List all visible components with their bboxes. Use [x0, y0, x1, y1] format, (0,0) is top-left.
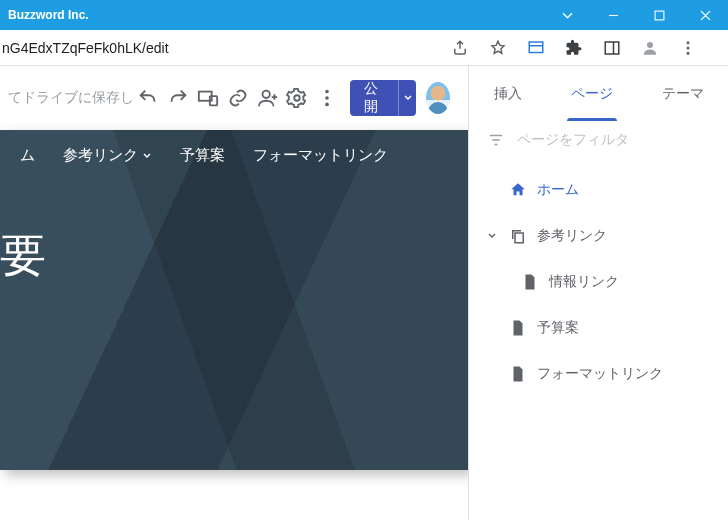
settings-button[interactable] — [282, 78, 312, 118]
page-label: 情報リンク — [549, 273, 619, 291]
save-status: てドライブに保存しました — [8, 89, 133, 107]
site-preview[interactable]: ム 参考リンク 予算案 フォーマットリンク 要 — [0, 130, 468, 470]
page-label: フォーマットリンク — [537, 365, 663, 383]
publish-button[interactable]: 公開 — [350, 80, 398, 116]
tab-insert[interactable]: 挿入 — [490, 66, 526, 121]
right-panel: 挿入 ページ テーマ ページをフィルタ ホーム 参考リンク 情報リンク — [468, 66, 728, 520]
tab-theme[interactable]: テーマ — [658, 66, 708, 121]
svg-point-12 — [325, 96, 329, 100]
svg-rect-1 — [529, 42, 543, 53]
preview-nav-links[interactable]: 参考リンク — [63, 146, 152, 165]
close-button[interactable] — [682, 0, 728, 30]
page-budget[interactable]: 予算案 — [469, 305, 728, 351]
page-icon — [509, 365, 527, 383]
devices-preview-button[interactable] — [193, 78, 223, 118]
publish-control: 公開 — [350, 80, 416, 116]
page-label: 予算案 — [537, 319, 579, 337]
filter-icon[interactable] — [487, 131, 505, 149]
preview-headline[interactable]: 要 — [0, 165, 468, 287]
page-reference[interactable]: 参考リンク — [469, 213, 728, 259]
page-reference-child[interactable]: 情報リンク — [469, 259, 728, 305]
chevron-down-icon[interactable] — [544, 0, 590, 30]
page-home[interactable]: ホーム — [469, 167, 728, 213]
add-person-button[interactable] — [253, 78, 283, 118]
svg-point-13 — [325, 103, 329, 107]
redo-button[interactable] — [163, 78, 193, 118]
minimize-button[interactable] — [590, 0, 636, 30]
editor-toolbar: てドライブに保存しました 公開 — [0, 66, 468, 130]
svg-rect-0 — [655, 11, 664, 20]
svg-point-5 — [687, 46, 690, 49]
preview-nav-budget[interactable]: 予算案 — [180, 146, 225, 165]
page-tree: ホーム 参考リンク 情報リンク 予算案 フォーマットリンク — [469, 159, 728, 397]
chevron-down-icon — [142, 151, 152, 161]
caret-down-icon[interactable] — [487, 228, 499, 244]
star-icon[interactable] — [484, 39, 512, 57]
publish-dropdown[interactable] — [398, 80, 416, 116]
url-text[interactable]: nG4EdxTZqFeFk0hLK/edit — [0, 40, 436, 56]
svg-point-9 — [262, 91, 269, 98]
address-bar: nG4EdxTZqFeFk0hLK/edit — [0, 30, 728, 66]
panel-tabs: 挿入 ページ テーマ — [469, 66, 728, 121]
insert-link-button[interactable] — [223, 78, 253, 118]
extensions-icon[interactable] — [560, 39, 588, 57]
page-icon — [521, 273, 539, 291]
preview-nav-home[interactable]: ム — [20, 146, 35, 165]
devtools-icon[interactable] — [522, 39, 550, 57]
svg-rect-2 — [605, 42, 619, 54]
page-icon — [509, 319, 527, 337]
svg-point-11 — [325, 90, 329, 94]
svg-rect-14 — [515, 233, 523, 243]
profile-icon[interactable] — [636, 39, 664, 57]
window-title: Buzzword Inc. — [0, 8, 89, 22]
share-icon[interactable] — [446, 39, 474, 57]
account-avatar[interactable] — [426, 82, 450, 114]
svg-point-3 — [647, 42, 653, 48]
kebab-menu-icon[interactable] — [674, 39, 702, 57]
tab-pages[interactable]: ページ — [567, 66, 617, 121]
page-label: ホーム — [537, 181, 579, 199]
copy-icon — [509, 227, 527, 245]
undo-button[interactable] — [133, 78, 163, 118]
filter-input[interactable]: ページをフィルタ — [517, 131, 629, 149]
svg-point-6 — [687, 51, 690, 54]
page-label: 参考リンク — [537, 227, 607, 245]
sidepanel-icon[interactable] — [598, 39, 626, 57]
window-titlebar: Buzzword Inc. — [0, 0, 728, 30]
page-format[interactable]: フォーマットリンク — [469, 351, 728, 397]
maximize-button[interactable] — [636, 0, 682, 30]
svg-point-10 — [295, 95, 301, 101]
preview-nav: ム 参考リンク 予算案 フォーマットリンク — [0, 130, 468, 165]
home-icon — [509, 181, 527, 199]
svg-point-4 — [687, 41, 690, 44]
more-button[interactable] — [312, 78, 342, 118]
preview-nav-format[interactable]: フォーマットリンク — [253, 146, 388, 165]
